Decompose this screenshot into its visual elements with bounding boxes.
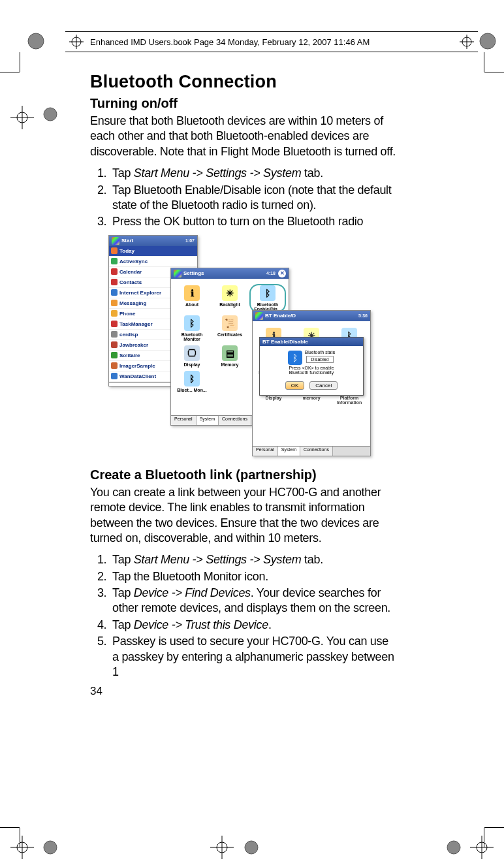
tab-connections[interactable]: Connections [219, 416, 251, 425]
icon-generic[interactable]: ᛒBluet... Mon... [174, 370, 210, 394]
registration-mark [9, 834, 35, 860]
tab-system[interactable]: System [278, 447, 300, 456]
registration-dot [26, 31, 46, 51]
tab-personal[interactable]: Personal [253, 447, 278, 456]
menu-item[interactable]: ActiveSync [109, 257, 197, 267]
figure-pda-screens: Start 1:07 Today ActiveSync Calendar Con… [108, 235, 370, 457]
pda3-tabs: Personal System Connections [253, 446, 370, 456]
tab-connections[interactable]: Connections [300, 447, 333, 456]
svg-point-23 [480, 33, 496, 49]
menu-item-today[interactable]: Today [109, 246, 197, 257]
dialog-title: BT Enable/Disable [260, 338, 363, 346]
pda-bt-enable: BT Enable/D 5:36 ℹAbo... ☀ ᛒ...th Dis...… [252, 310, 371, 456]
svg-point-11 [245, 841, 258, 854]
registration-mark [469, 834, 495, 860]
registration-dot [478, 31, 497, 51]
registration-dot [40, 838, 60, 857]
section1-intro: Ensure that both Bluetooth devices are w… [90, 114, 397, 159]
icon-display[interactable]: 🖵Display [174, 344, 210, 368]
list-item: Passkey is used to secure your HC700-G. … [110, 634, 397, 680]
list-item: Tap Device -> Trust this Device. [110, 618, 397, 633]
state-label: Bluetooth state [305, 350, 336, 355]
icon-bluetooth-monitor[interactable]: ᛒBluetooth Monitor [174, 314, 210, 343]
windows-icon [112, 237, 119, 245]
heading-turning-on-off: Turning on/off [90, 96, 397, 111]
svg-point-3 [44, 108, 57, 121]
svg-point-15 [447, 841, 460, 854]
list-item: Tap Device -> Find Devices. Your device … [110, 586, 397, 616]
icon-backlight[interactable]: ☀Backlight [212, 284, 248, 313]
icon-bluetooth-enable-highlighted[interactable]: ᛒBluetooth Enable/Dis... [249, 284, 286, 313]
close-icon[interactable]: ✕ [278, 270, 286, 277]
registration-dot [444, 838, 464, 857]
header-text: Enhanced IMD Users.book Page 34 Monday, … [84, 37, 460, 47]
registration-mark [209, 834, 235, 860]
dialog-msg: Press <OK> to enable [264, 366, 359, 370]
icon-about[interactable]: ℹAbout [174, 284, 210, 313]
tab-personal[interactable]: Personal [171, 416, 197, 425]
state-value: Disabled [306, 356, 333, 363]
pda1-titlebar: Start 1:07 [109, 236, 197, 246]
tab-system[interactable]: System [197, 416, 219, 425]
icon-memory[interactable]: ▤Memory [212, 344, 248, 368]
page-number: 34 [90, 685, 397, 698]
list-item: Tap the Bluetooth Monitor icon. [110, 569, 397, 584]
cancel-button[interactable]: Cancel [309, 381, 338, 390]
windows-icon [174, 270, 181, 277]
svg-point-7 [44, 841, 57, 854]
list-item: Tap Start Menu -> Settings -> System tab… [110, 166, 397, 181]
page-content: Bluetooth Connection Turning on/off Ensu… [90, 72, 397, 704]
list-item: Press the OK button to turn on the Bluet… [110, 214, 397, 229]
pda3-titlebar: BT Enable/D 5:36 [253, 311, 370, 321]
bluetooth-icon: ᛒ [288, 351, 302, 365]
ok-button[interactable]: OK [285, 381, 305, 390]
svg-point-16 [28, 33, 44, 49]
pda2-titlebar: Settings 4:18 ✕ [171, 268, 289, 279]
header-bar: Enhanced IMD Users.book Page 34 Monday, … [65, 31, 478, 52]
section2-steps: Tap Start Menu -> Settings -> System tab… [90, 552, 397, 680]
dialog-msg: Bluetooth functionality [264, 370, 359, 375]
windows-icon [255, 312, 263, 320]
registration-dot [40, 104, 60, 124]
section1-steps: Tap Start Menu -> Settings -> System tab… [90, 166, 397, 230]
list-item: Tap Start Menu -> Settings -> System tab… [110, 552, 397, 567]
section2-intro: You can create a link between your HC700… [90, 485, 397, 546]
registration-mark [9, 104, 35, 131]
heading-create-link: Create a Bluetooth link (partnership) [90, 467, 397, 482]
list-item: Tap Bluetooth Enable/Disable icon (note … [110, 183, 397, 213]
icon-certificates[interactable]: 📜Certificates [212, 314, 248, 343]
heading-bluetooth-connection: Bluetooth Connection [90, 72, 397, 92]
registration-mark [460, 35, 474, 49]
registration-mark [69, 35, 84, 49]
bt-enable-dialog: BT Enable/Disable ᛒ Bluetooth state Disa… [259, 337, 364, 396]
registration-dot [242, 838, 261, 857]
